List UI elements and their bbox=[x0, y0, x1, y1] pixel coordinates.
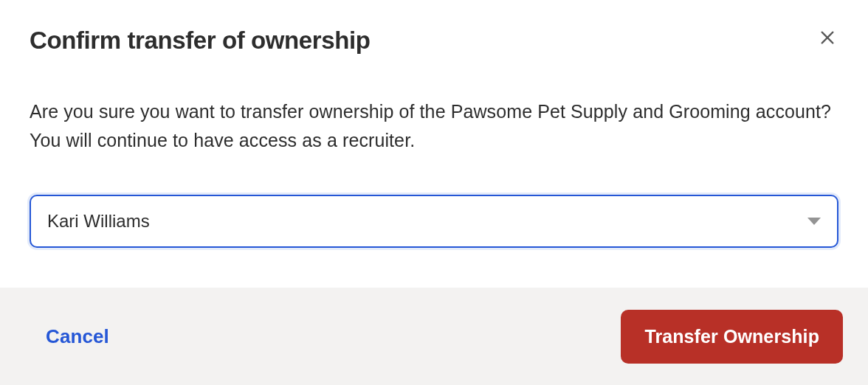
modal-body-text: Are you sure you want to transfer owners… bbox=[30, 97, 838, 155]
chevron-down-icon bbox=[807, 218, 821, 225]
owner-select-wrapper: Kari Williams bbox=[30, 195, 838, 248]
modal-footer: Cancel Transfer Ownership bbox=[0, 288, 868, 385]
modal-header: Confirm transfer of ownership bbox=[30, 27, 838, 55]
owner-select[interactable]: Kari Williams bbox=[30, 195, 838, 248]
modal-title: Confirm transfer of ownership bbox=[30, 27, 370, 55]
close-button[interactable] bbox=[816, 27, 838, 51]
svg-marker-2 bbox=[807, 218, 821, 225]
modal-content: Confirm transfer of ownership Are you su… bbox=[0, 0, 868, 277]
cancel-button[interactable]: Cancel bbox=[46, 325, 109, 348]
owner-select-value: Kari Williams bbox=[47, 211, 150, 232]
close-icon bbox=[819, 30, 836, 48]
transfer-ownership-button[interactable]: Transfer Ownership bbox=[621, 310, 843, 364]
